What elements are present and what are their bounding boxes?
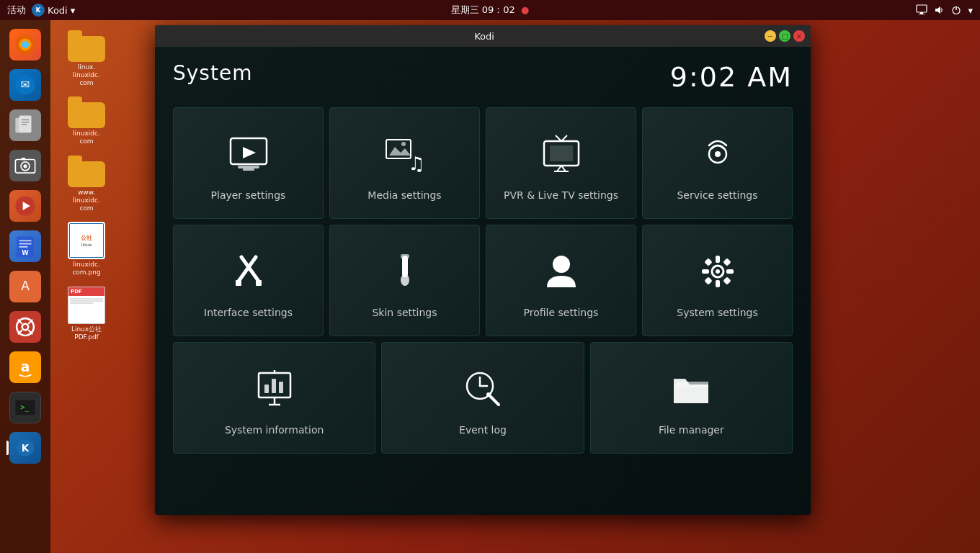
svg-rect-78 [279, 382, 283, 393]
datetime-display: 星期三 09：02 ● [451, 4, 530, 17]
active-indicator [6, 441, 9, 455]
dock-item-firefox[interactable] [6, 26, 44, 63]
desktop-file-linux-folder[interactable]: linux.linuxidc.com [58, 27, 115, 89]
svg-point-8 [22, 41, 29, 48]
skin-settings-label: Skin settings [372, 307, 437, 318]
top-bar: 活动 K Kodi ▾ 星期三 09：02 ● ▾ [0, 0, 980, 20]
dock-item-kodi[interactable]: K [6, 429, 44, 467]
dock-item-thunderbird[interactable]: ✉ [6, 66, 44, 104]
tile-skin-settings[interactable]: Skin settings [329, 225, 480, 336]
media-settings-label: Media settings [368, 189, 441, 201]
svg-text:K: K [22, 442, 30, 454]
svg-marker-3 [935, 6, 940, 14]
activities-button[interactable]: 活动 [7, 4, 26, 17]
desktop-file-pdf[interactable]: PDF Linux公社PDF.pdf [58, 284, 115, 344]
minimize-button[interactable]: − [765, 30, 776, 42]
settings-grid-row3: System information [173, 342, 793, 454]
firefox-icon [9, 29, 41, 60]
application-dock: ✉ W A [0, 20, 50, 553]
svg-rect-60 [256, 280, 262, 286]
folder-icon-3 [68, 156, 105, 187]
kodi-window: Kodi − □ × System 9:02 AM [155, 25, 811, 515]
service-settings-icon [692, 129, 743, 179]
desktop-file-png[interactable]: 公社 linux linuxidc.com.png [58, 219, 115, 279]
folder-label-2: linuxidc.com [73, 130, 100, 145]
tile-file-manager[interactable]: File manager [590, 342, 793, 454]
tile-system-information[interactable]: System information [173, 342, 375, 454]
svg-point-46 [401, 142, 406, 146]
folder-icon [68, 30, 105, 62]
svg-point-66 [716, 269, 720, 274]
svg-rect-19 [22, 158, 25, 160]
desktop: ✉ W A [0, 20, 980, 553]
dock-item-screenshot[interactable] [6, 147, 44, 184]
monitor-icon [916, 4, 927, 16]
screenshot-icon [9, 150, 41, 181]
amazon-icon: a [9, 351, 41, 383]
svg-rect-25 [19, 246, 28, 248]
png-thumbnail: 公社 linux [68, 222, 105, 259]
terminal-icon: >_ [9, 392, 41, 423]
tile-service-settings[interactable]: Service settings [642, 107, 793, 219]
window-controls: − □ × [765, 30, 805, 42]
tile-event-log[interactable]: Event log [381, 342, 584, 454]
svg-text:A: A [21, 279, 30, 293]
svg-text:♫: ♫ [408, 153, 424, 174]
svg-rect-63 [401, 254, 409, 258]
desktop-file-www-folder[interactable]: www.linuxidc.com [58, 153, 115, 215]
tile-interface-settings[interactable]: Interface settings [173, 225, 324, 336]
folder-label-3: www.linuxidc.com [73, 189, 100, 212]
tile-system-settings[interactable]: System settings [642, 225, 793, 336]
maximize-button[interactable]: □ [779, 30, 790, 42]
dock-item-help[interactable] [6, 308, 44, 346]
dock-item-rhythmbox[interactable] [6, 187, 44, 225]
svg-rect-44 [386, 140, 411, 158]
folder-label: linux.linuxidc.com [73, 63, 100, 86]
dock-item-files[interactable] [6, 107, 44, 144]
svg-point-62 [401, 274, 409, 286]
svg-rect-43 [243, 168, 254, 171]
svg-line-57 [238, 257, 256, 282]
dock-item-terminal[interactable]: >_ [6, 389, 44, 426]
dock-item-appstore[interactable]: A [6, 268, 44, 305]
help-icon [9, 311, 41, 343]
system-settings-label: System settings [677, 307, 758, 318]
kodi-taskbar-item[interactable]: K Kodi ▾ [32, 4, 75, 17]
kodi-window-title: Kodi [204, 31, 765, 42]
svg-rect-23 [19, 240, 32, 242]
profile-settings-icon [536, 246, 587, 297]
system-information-icon [249, 364, 300, 414]
desktop-file-linuxidc-folder[interactable]: linuxidc.com [58, 94, 115, 148]
desktop-file-area: linux.linuxidc.com linuxidc.com www.linu… [58, 27, 115, 344]
rhythmbox-icon [9, 190, 41, 222]
settings-grid-row2: Interface settings Skin settings [173, 225, 793, 336]
svg-text:>_: >_ [20, 403, 30, 412]
tile-profile-settings[interactable]: Profile settings [486, 225, 636, 336]
volume-icon [933, 4, 945, 16]
profile-settings-label: Profile settings [524, 307, 599, 318]
file-manager-icon [666, 364, 716, 414]
tile-media-settings[interactable]: ♫ Media settings [329, 107, 480, 219]
settings-grid-row1: Player settings ♫ Media s [173, 107, 793, 219]
dock-item-writer[interactable]: W [6, 228, 44, 265]
tile-pvr-settings[interactable]: PVR & Live TV settings [486, 107, 636, 219]
close-button[interactable]: × [793, 30, 805, 42]
svg-point-56 [715, 151, 721, 157]
media-settings-icon: ♫ [380, 129, 430, 179]
kodi-content-area: System 9:02 AM Player settings [155, 47, 811, 515]
png-label: linuxidc.com.png [72, 261, 100, 276]
folder-icon-2 [68, 96, 105, 128]
svg-rect-0 [917, 5, 927, 12]
svg-rect-70 [726, 269, 734, 274]
svg-rect-42 [238, 166, 259, 168]
player-settings-icon [223, 129, 274, 179]
svg-line-85 [490, 396, 499, 405]
writer-icon: W [9, 230, 41, 262]
interface-settings-label: Interface settings [204, 307, 293, 318]
svg-text:a: a [21, 359, 30, 374]
tile-player-settings[interactable]: Player settings [173, 107, 324, 219]
dock-item-amazon[interactable]: a [6, 349, 44, 386]
pvr-settings-label: PVR & Live TV settings [504, 189, 618, 201]
svg-rect-14 [22, 122, 29, 123]
svg-rect-12 [19, 115, 32, 132]
